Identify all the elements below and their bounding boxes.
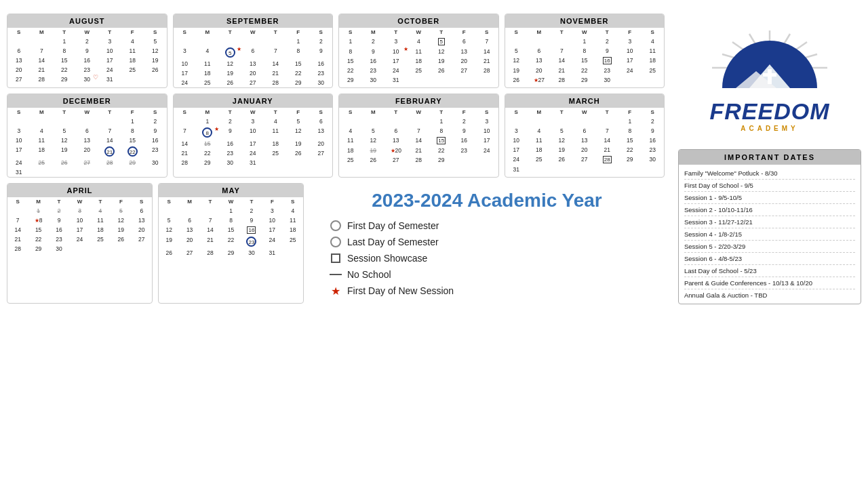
date-item-4: Session 3 - 11/27-12/21	[684, 216, 855, 228]
calendar-august: AUGUST S M T W T F S 1 2 3 4 5 6 7 8 9	[7, 14, 167, 88]
day-17: 17	[98, 56, 121, 65]
feb-20-star: ★20	[384, 146, 408, 155]
day-7: 7	[31, 46, 54, 56]
day-16: 16	[76, 56, 99, 65]
legend-last-day-semester: Last Day of Semester	[330, 236, 454, 248]
dow-m: M	[31, 28, 54, 37]
legend-label-no-school: No School	[347, 269, 391, 280]
legend-label-first-semester: First Day of Semester	[347, 220, 439, 231]
right-sidebar: FREEDOM ACADEMY IMPORTANT DATES Family "…	[671, 0, 868, 488]
calendar-row-2: DECEMBER S M T W T F S 1 2 3 4 5 6 7	[7, 94, 665, 178]
day-19: 19	[144, 56, 167, 65]
calendar-row-1: AUGUST S M T W T F S 1 2 3 4 5 6 7 8 9	[7, 14, 665, 88]
april-header: APRIL	[7, 184, 152, 197]
legend-label-last-semester: Last Day of Semester	[347, 237, 439, 247]
day-5: 5	[144, 37, 167, 46]
day-11: 11	[121, 46, 144, 56]
dow-t2: T	[98, 28, 121, 37]
calendar-february: FEBRUARY S M T W T F S 1 2 3 4 5 6 7	[338, 94, 499, 178]
day-10: 10	[98, 46, 121, 56]
logo-area: FREEDOM ACADEMY	[685, 7, 854, 142]
day-31: 31	[98, 75, 121, 84]
day-18: 18	[121, 56, 144, 65]
day-29: 29	[53, 75, 76, 84]
day-26: 26	[144, 65, 167, 75]
dow-t: T	[53, 28, 76, 37]
date-item-10: Annual Gala & Auction - TBD	[684, 289, 855, 301]
march-header: MARCH	[505, 94, 665, 108]
calendar-september: SEPTEMBER S M T W T F S 1 2 3 4 5	[173, 14, 334, 88]
calendar-april: APRIL S M T W T F S 1 2 3 4 5 6 7	[7, 183, 153, 304]
legend-first-day-semester: First Day of Semester	[330, 220, 454, 232]
date-item-5: Session 4 - 1/8-2/15	[684, 228, 855, 241]
important-dates-panel: IMPORTANT DATES Family "Welcome" Potluck…	[678, 149, 861, 304]
important-dates-header: IMPORTANT DATES	[679, 150, 861, 165]
date-item-9: Parent & Guide Conferences - 10/13 & 10/…	[684, 277, 855, 289]
calendar-march: MARCH S M T W T F S 1 2 3 4 5 6 7	[505, 94, 665, 178]
day-28: 28	[31, 75, 54, 84]
day-1: 1	[53, 37, 76, 46]
date-item-2: Session 1 - 9/5-10/5	[684, 192, 855, 204]
day-2: 2	[76, 37, 99, 46]
date-item-7: Session 6 - 4/8-5/23	[684, 253, 855, 265]
calendar-october: OCTOBER S M T W T F S 1 2 3 4 5 6 7 8 9	[338, 14, 499, 88]
october-header: OCTOBER	[339, 14, 498, 28]
oct-10-star: 10★	[384, 47, 408, 56]
legend-label-new-session: First Day of New Session	[347, 285, 454, 296]
calendar-january: JANUARY S M T W T F S 1 2 3 4 5 6 7 8 ★	[173, 94, 334, 178]
date-item-1: First Day of School - 9/5	[684, 180, 855, 192]
dow-s: S	[7, 28, 31, 37]
svg-rect-12	[763, 73, 776, 77]
oct-5-boxed: 5	[430, 37, 453, 47]
day-21: 21	[31, 65, 54, 75]
dow-s2: S	[144, 28, 167, 37]
legend: First Day of Semester Last Day of Semest…	[316, 220, 454, 297]
dec-22-circled: 22	[121, 145, 144, 158]
may-16-boxed: 16	[241, 225, 262, 235]
day-9: 9	[76, 46, 99, 56]
day-14: 14	[31, 56, 54, 65]
day-4: 4	[121, 37, 144, 46]
date-item-3: Session 2 - 10/10-11/16	[684, 204, 855, 216]
dow-w: W	[76, 28, 99, 37]
may-23-circled: 23	[241, 235, 262, 248]
day-3: 3	[98, 37, 121, 46]
calendar-may: MAY S M T W T F S 1 2 3 4 5	[158, 183, 304, 304]
november-header: NOVEMBER	[505, 14, 665, 28]
date-item-6: Session 5 - 2/20-3/29	[684, 241, 855, 253]
may-header: MAY	[159, 184, 303, 197]
calendar-november: NOVEMBER S M T W T F S 1 2 3 4 5 6 7 8	[505, 14, 665, 88]
december-header: DECEMBER	[7, 94, 167, 108]
january-header: JANUARY	[174, 94, 333, 108]
day-22: 22	[53, 65, 76, 75]
line-icon	[330, 268, 342, 281]
day-13: 13	[7, 56, 31, 65]
legend-session-showcase: Session Showcase	[330, 252, 454, 264]
day-30-heart: 30♡	[76, 75, 99, 84]
jan-8-special: 8 ★	[196, 126, 219, 139]
dec-21-circled: 21	[98, 145, 121, 158]
mar-28-boxed: 28	[596, 155, 619, 165]
feb-15-boxed: 15	[430, 136, 453, 146]
date-item-8: Last Day of School - 5/23	[684, 265, 855, 277]
day-23: 23	[76, 65, 99, 75]
nov-27-star: ★27	[528, 75, 551, 85]
important-dates-list: Family "Welcome" Potluck - 8/30 First Da…	[679, 165, 861, 304]
nov-16-boxed: 16	[596, 56, 619, 66]
bottom-calendars: APRIL S M T W T F S 1 2 3 4 5 6 7	[7, 183, 304, 304]
bottom-area: APRIL S M T W T F S 1 2 3 4 5 6 7	[7, 183, 665, 304]
day-6: 6	[7, 46, 31, 56]
apr-8-star: ★8	[28, 216, 48, 225]
day-24: 24	[98, 65, 121, 75]
date-item-0: Family "Welcome" Potluck - 8/30	[684, 167, 855, 180]
sep-5-special: 5 ★	[219, 46, 242, 59]
legend-no-school: No School	[330, 268, 454, 281]
day-12: 12	[144, 46, 167, 56]
day-25: 25	[121, 65, 144, 75]
legend-label-session-showcase: Session Showcase	[347, 253, 427, 264]
center-bottom: 2023-2024 Academic Year First Day of Sem…	[309, 183, 665, 304]
main-content: AUGUST S M T W T F S 1 2 3 4 5 6 7 8 9	[0, 0, 671, 488]
august-header: AUGUST	[7, 14, 167, 28]
day-27: 27	[7, 75, 31, 84]
day-20: 20	[7, 65, 31, 75]
